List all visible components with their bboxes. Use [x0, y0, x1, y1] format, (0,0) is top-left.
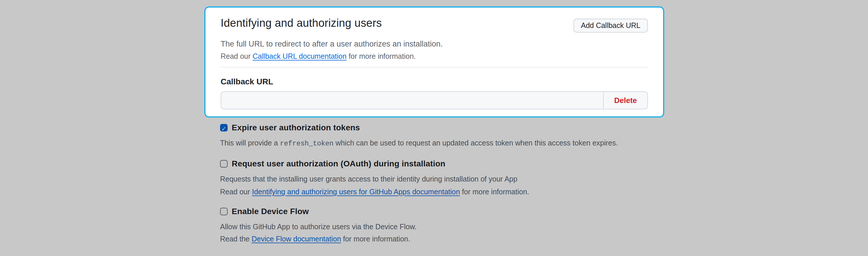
device-flow-checkbox[interactable] — [220, 208, 228, 215]
section-divider — [221, 67, 648, 67]
expire-tokens-checkbox[interactable] — [220, 124, 228, 131]
device-flow-documentation-link[interactable]: Device Flow documentation — [251, 235, 341, 243]
section-description: The full URL to redirect to after a user… — [221, 38, 648, 50]
oauth-during-install-checkbox[interactable] — [220, 160, 228, 167]
expire-tokens-row: Expire user authorization tokens — [220, 122, 654, 133]
add-callback-url-button[interactable]: Add Callback URL — [574, 19, 648, 33]
expire-tokens-label: Expire user authorization tokens — [232, 122, 360, 133]
expire-tokens-description: This will provide a refresh_token which … — [220, 138, 654, 150]
identifying-authorizing-users-section: Identifying and authorizing users Add Ca… — [204, 6, 664, 118]
oauth-during-install-description: Requests that the installing user grants… — [220, 174, 654, 185]
docs-suffix: for more information. — [347, 52, 416, 61]
refresh-token-code: refresh_token — [280, 140, 334, 148]
callback-url-documentation-link[interactable]: Callback URL documentation — [253, 52, 347, 61]
device-flow-docs-line: Read the Device Flow documentation for m… — [220, 234, 654, 245]
callback-url-input[interactable] — [221, 92, 603, 109]
docs-suffix: for more information. — [341, 235, 410, 243]
callback-url-input-group: Delete — [221, 91, 648, 109]
identifying-authorizing-users-documentation-link[interactable]: Identifying and authorizing users for Gi… — [252, 188, 460, 196]
section-title: Identifying and authorizing users — [221, 16, 574, 30]
settings-page: Identifying and authorizing users Add Ca… — [0, 0, 868, 256]
checkmark-icon — [221, 123, 226, 133]
device-flow-description: Allow this GitHub App to authorize users… — [220, 222, 654, 233]
docs-prefix: Read our — [221, 52, 253, 61]
docs-prefix: Read our — [220, 188, 252, 196]
delete-callback-url-button[interactable]: Delete — [603, 92, 647, 109]
section-header: Identifying and authorizing users Add Ca… — [221, 16, 648, 33]
desc-prefix: This will provide a — [220, 139, 280, 147]
docs-prefix: Read the — [220, 235, 251, 243]
oauth-during-install-row: Request user authorization (OAuth) durin… — [220, 158, 654, 169]
device-flow-label: Enable Device Flow — [232, 206, 309, 217]
oauth-during-install-label: Request user authorization (OAuth) durin… — [232, 158, 445, 169]
oauth-docs-line: Read our Identifying and authorizing use… — [220, 187, 654, 198]
device-flow-row: Enable Device Flow — [220, 206, 654, 217]
callback-url-label: Callback URL — [221, 76, 648, 87]
authorization-options: Expire user authorization tokens This wi… — [220, 122, 654, 245]
docs-suffix: for more information. — [460, 188, 529, 196]
desc-suffix: which can be used to request an updated … — [334, 139, 618, 147]
callback-docs-line: Read our Callback URL documentation for … — [221, 51, 648, 62]
